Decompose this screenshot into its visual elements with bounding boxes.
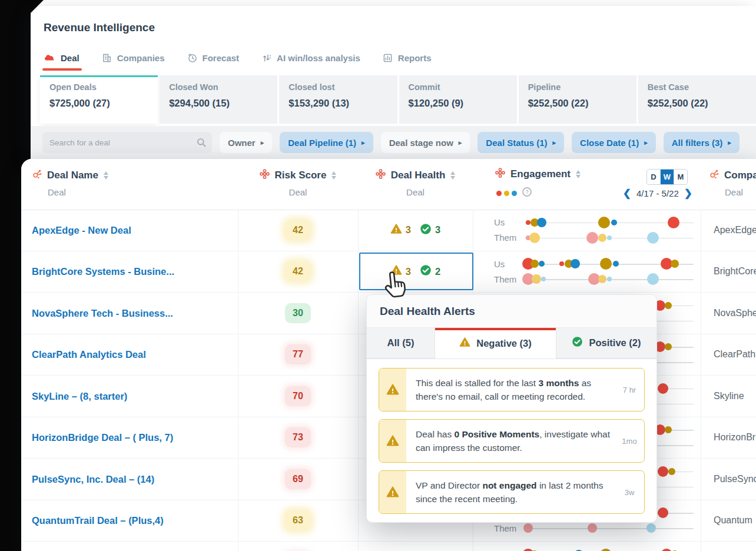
engagement-dot [607,235,612,240]
column-header-company[interactable]: Company Deal [701,159,756,210]
column-header-deal-name[interactable]: Deal Name Deal [21,159,238,210]
deal-icon [45,54,55,63]
engagement-dot [611,220,617,225]
popup-tab-positive-2-[interactable]: Positive (2) [556,328,656,359]
positive-icon [572,336,583,350]
column-header-engagement[interactable]: Engagement ? DWM ❮ 4/17 - 5/22 ❯ [473,159,701,210]
column-sublabel: Deal [725,187,756,197]
stage-card-closed-lost[interactable]: Closed lost$153,290 (13) [279,75,397,124]
deal-name-link[interactable]: QuantumTrail Deal – (Plus,4) [32,515,164,526]
engagement-them-row: Them [473,231,701,244]
warning-icon [379,369,406,411]
risk-score-cell: 77 [238,334,358,376]
engagement-dot [600,258,612,270]
stage-card-commit[interactable]: Commit$120,250 (9) [399,75,517,124]
stage-card-pipeline[interactable]: Pipeline$252,500 (22) [519,75,636,124]
column-header-deal-health[interactable]: Deal Health Deal [358,159,473,210]
deal-search[interactable] [42,132,212,153]
alert-card[interactable]: VP and Director not engaged in last 2 mo… [379,470,645,514]
engagement-dot [646,523,656,533]
tab-companies[interactable]: Companies [102,53,165,63]
sort-toggle[interactable] [450,171,455,180]
period-toggle[interactable]: DWM [646,169,688,185]
alert-card[interactable]: This deal is stalled for the last 3 mont… [379,368,645,411]
chevron-right-icon[interactable]: ❯ [684,188,692,198]
stage-card-value: $120,250 (9) [409,98,508,109]
search-input[interactable] [42,132,212,153]
deal-name-link[interactable]: ClearPath Analytics Deal [32,349,146,360]
hubspot-sprocket-icon [32,169,42,182]
chevron-right-icon: ▸ [728,139,731,147]
hubspot-sprocket-icon [709,169,719,182]
sort-toggle[interactable] [576,170,581,179]
filter-label: Close Date (1) [580,138,639,148]
filter-owner[interactable]: Owner▸ [220,132,272,153]
chevron-right-icon: ▸ [553,139,556,147]
tab-ai-win-loss-analysis[interactable]: AI win/loss analysis [261,53,360,63]
engagement-cell: UsThem [473,542,701,551]
filter-deal-pipeline-1-[interactable]: Deal Pipeline (1)▸ [280,132,373,153]
deal-health-cell[interactable]: 33 [358,210,473,251]
chevron-right-icon: ▸ [459,139,462,147]
deal-name-link[interactable]: PulseSync, Inc. Deal – (14) [32,473,154,484]
tab-reports[interactable]: Reports [383,53,432,63]
filter-deal-stage-now[interactable]: Deal stage now▸ [381,132,470,153]
period-option-w[interactable]: W [660,170,674,184]
deal-name-link[interactable]: BrightCore Systems - Busine... [32,266,174,277]
risk-score-cell: 73 [238,417,358,459]
period-option-d[interactable]: D [647,170,660,184]
stage-summary-row: Open Deals$725,000 (27)Closed Won$294,50… [40,75,756,124]
engagement-timeline [525,273,694,286]
stage-card-value: $153,290 (13) [289,98,387,109]
engagement-us-row: Us [473,216,701,229]
positive-count: 3 [435,224,440,235]
column-label: Deal Health [391,170,446,181]
deal-health-cell[interactable]: 32 [358,251,473,293]
risk-score-badge: 42 [285,261,311,281]
chevron-left-icon[interactable]: ❮ [623,188,631,198]
sort-toggle[interactable] [104,171,108,180]
deal-name-link[interactable]: ApexEdge - New Deal [32,224,131,235]
filter-all-filters-3-[interactable]: All filters (3)▸ [664,132,740,153]
popup-tab-negative-3-[interactable]: Negative (3) [435,328,556,359]
reports-icon [383,53,393,63]
deal-name-link[interactable]: HorizonBridge Deal – ( Plus, 7) [32,432,173,443]
column-header-risk-score[interactable]: Risk Score Deal [238,159,358,210]
crossbeam-icon [376,169,386,182]
chevron-right-icon: ▸ [261,139,264,147]
company-name: HorizonBridge [714,432,756,443]
stage-card-open-deals[interactable]: Open Deals$725,000 (27) [40,75,158,124]
chevron-right-icon: ▸ [362,139,365,147]
engagement-us-label: Us [494,259,525,269]
risk-score-cell: 70 [238,376,358,417]
engagement-us-label: Us [494,217,525,227]
risk-score-cell: 63 [238,500,358,542]
filter-close-date-1-[interactable]: Close Date (1)▸ [572,132,656,153]
deal-name-link[interactable]: NovaSphere Tech - Business... [32,307,173,318]
deal-health-cell[interactable] [358,542,473,551]
popup-tab-all-5-[interactable]: All (5) [367,328,435,359]
deal-name-link[interactable]: SkyLine – (8, starter) [32,390,127,401]
svg-text:?: ? [525,188,528,195]
tab-label: Companies [117,53,165,63]
hand-cursor-icon [380,267,413,300]
engagement-dot [598,234,606,242]
engagement-dot [598,217,610,228]
crossbeam-icon [495,168,505,181]
help-icon[interactable]: ? [522,187,532,199]
tab-label: AI win/loss analysis [277,53,360,63]
tab-deal[interactable]: Deal [45,53,79,63]
positive-icon [420,223,432,237]
sort-toggle[interactable] [331,171,336,180]
filter-deal-status-1-[interactable]: Deal Status (1)▸ [478,132,564,153]
tab-forecast[interactable]: Forecast [187,53,240,63]
stage-card-best-case[interactable]: Best Case$252,500 (22) [638,75,756,124]
engagement-dot [668,217,679,228]
engagement-timeline [525,522,694,535]
popup-title: Deal Health Alerts [367,295,656,328]
period-option-m[interactable]: M [674,170,687,184]
stage-card-closed-won[interactable]: Closed Won$294,500 (15) [160,75,277,124]
engagement-dot [665,302,672,309]
stage-card-value: $725,000 (27) [49,98,148,109]
alert-card[interactable]: Deal has 0 Positive Moments, investigate… [379,419,645,463]
